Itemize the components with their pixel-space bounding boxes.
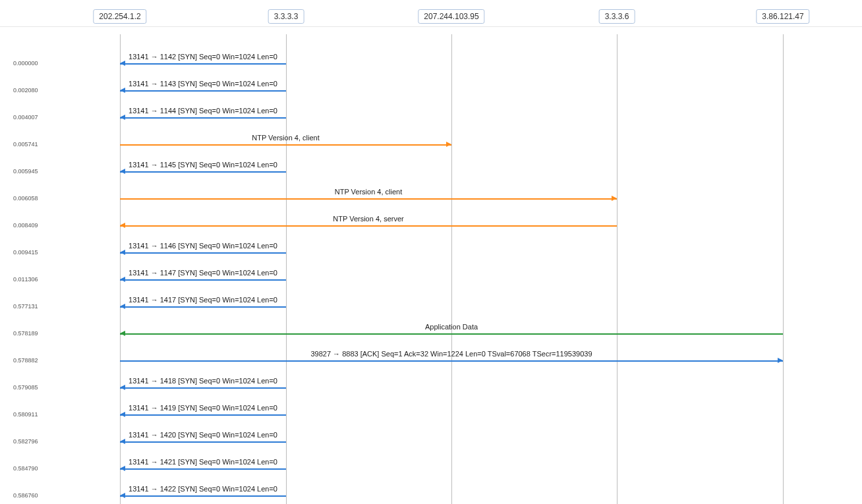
time-label: 0.582796 — [13, 438, 38, 445]
message-label[interactable]: 13141 → 1419 [SYN] Seq=0 Win=1024 Len=0 — [129, 404, 277, 413]
message-label[interactable]: 13141 → 1417 [SYN] Seq=0 Win=1024 Len=0 — [129, 296, 277, 305]
message-label[interactable]: 13141 → 1144 [SYN] Seq=0 Win=1024 Len=0 — [129, 107, 277, 116]
arrow-head-icon — [446, 142, 451, 147]
time-label: 0.579085 — [13, 384, 38, 391]
time-label: 0.005945 — [13, 168, 38, 175]
lifeline-1 — [286, 34, 287, 504]
time-label: 0.002080 — [13, 87, 38, 94]
arrow-head-icon — [120, 223, 125, 228]
arrow-head-icon — [120, 493, 125, 498]
arrow-bar — [120, 198, 617, 200]
message-label[interactable]: 13141 → 1143 [SYN] Seq=0 Win=1024 Len=0 — [129, 80, 277, 89]
arrow-bar — [120, 252, 286, 254]
node-header: 202.254.1.23.3.3.3207.244.103.953.3.3.63… — [0, 0, 862, 27]
time-label: 0.578882 — [13, 357, 38, 364]
node-label-3[interactable]: 3.3.3.6 — [599, 9, 635, 24]
arrow-bar — [120, 90, 286, 92]
node-label-2[interactable]: 207.244.103.95 — [418, 9, 484, 24]
arrow-head-icon — [120, 169, 125, 174]
time-label: 0.009415 — [13, 249, 38, 256]
arrow-head-icon — [120, 331, 125, 336]
arrow-bar — [120, 360, 783, 362]
message-label[interactable]: 13141 → 1418 [SYN] Seq=0 Win=1024 Len=0 — [129, 377, 277, 386]
arrow-bar — [120, 414, 286, 416]
message-label[interactable]: NTP Version 4, client — [252, 134, 320, 143]
arrow-bar — [120, 495, 286, 497]
arrow-head-icon — [120, 250, 125, 255]
node-label-0[interactable]: 202.254.1.2 — [93, 9, 146, 24]
time-label: 0.578189 — [13, 330, 38, 337]
node-label-1[interactable]: 3.3.3.3 — [268, 9, 304, 24]
message-label[interactable]: 13141 → 1420 [SYN] Seq=0 Win=1024 Len=0 — [129, 431, 277, 440]
arrow-bar — [120, 387, 286, 389]
message-label[interactable]: 13141 → 1145 [SYN] Seq=0 Win=1024 Len=0 — [129, 161, 277, 170]
message-label[interactable]: 13141 → 1147 [SYN] Seq=0 Win=1024 Len=0 — [129, 269, 277, 278]
time-label: 0.008409 — [13, 222, 38, 229]
arrow-bar — [120, 117, 286, 119]
arrow-head-icon — [612, 196, 617, 201]
lifeline-2 — [451, 34, 452, 504]
flow-graph-canvas: 202.254.1.23.3.3.3207.244.103.953.3.3.63… — [0, 0, 862, 504]
message-label[interactable]: 39827 → 8883 [ACK] Seq=1 Ack=32 Win=1224… — [310, 350, 592, 359]
message-label[interactable]: 13141 → 1146 [SYN] Seq=0 Win=1024 Len=0 — [129, 242, 277, 251]
message-label[interactable]: 13141 → 1421 [SYN] Seq=0 Win=1024 Len=0 — [129, 458, 277, 467]
message-label[interactable]: NTP Version 4, server — [333, 215, 403, 224]
arrow-head-icon — [120, 439, 125, 444]
time-label: 0.004007 — [13, 114, 38, 121]
arrow-bar — [120, 306, 286, 308]
time-label: 0.006058 — [13, 195, 38, 202]
time-label: 0.011306 — [13, 276, 38, 283]
arrow-bar — [120, 171, 286, 173]
time-label: 0.000000 — [13, 60, 38, 67]
arrow-bar — [120, 468, 286, 470]
arrow-head-icon — [778, 358, 783, 363]
arrow-bar — [120, 63, 286, 65]
arrow-bar — [120, 441, 286, 443]
message-label[interactable]: 13141 → 1142 [SYN] Seq=0 Win=1024 Len=0 — [129, 53, 277, 62]
arrow-head-icon — [120, 385, 125, 390]
arrow-bar — [120, 279, 286, 281]
lifeline-4 — [783, 34, 784, 504]
lifeline-3 — [617, 34, 618, 504]
arrow-head-icon — [120, 61, 125, 66]
arrow-head-icon — [120, 115, 125, 120]
arrow-bar — [120, 225, 617, 227]
time-label: 0.005741 — [13, 141, 38, 148]
time-label: 0.584790 — [13, 465, 38, 472]
time-label: 0.586760 — [13, 492, 38, 499]
arrow-head-icon — [120, 304, 125, 309]
message-label[interactable]: NTP Version 4, client — [335, 188, 403, 197]
arrow-bar — [120, 333, 783, 335]
arrow-head-icon — [120, 466, 125, 471]
arrow-head-icon — [120, 277, 125, 282]
arrow-head-icon — [120, 88, 125, 93]
time-label: 0.580911 — [13, 411, 38, 418]
node-label-4[interactable]: 3.86.121.47 — [756, 9, 809, 24]
message-label[interactable]: 13141 → 1422 [SYN] Seq=0 Win=1024 Len=0 — [129, 485, 277, 494]
message-label[interactable]: Application Data — [425, 323, 478, 332]
time-label: 0.577131 — [13, 303, 38, 310]
arrow-bar — [120, 144, 451, 146]
arrow-head-icon — [120, 412, 125, 417]
lifeline-0 — [120, 34, 121, 504]
